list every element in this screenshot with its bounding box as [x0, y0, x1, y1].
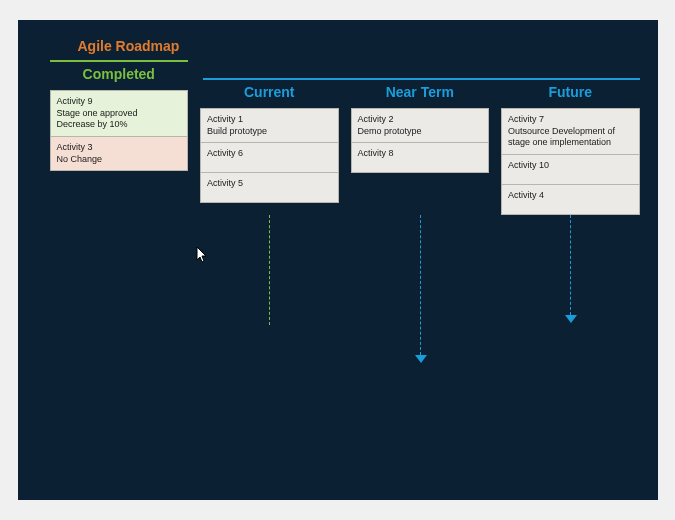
- card-completed-0[interactable]: Activity 9 Stage one approved Decrease b…: [50, 90, 189, 137]
- card-sub: Outsource Development of stage one imple…: [508, 126, 633, 149]
- card-sub: No Change: [57, 154, 182, 166]
- page-title: Agile Roadmap: [78, 38, 640, 54]
- columns-container: Completed Activity 9 Stage one approved …: [50, 66, 640, 215]
- card-sub: Stage one approved: [57, 108, 182, 120]
- card-future-1[interactable]: Activity 10: [501, 155, 640, 185]
- card-current-1[interactable]: Activity 6: [200, 143, 339, 173]
- card-nearterm-0[interactable]: Activity 2 Demo prototype: [351, 108, 490, 143]
- connector-future: [570, 215, 571, 315]
- card-title: Activity 4: [508, 190, 633, 202]
- connector-current: [269, 215, 270, 325]
- column-header-future: Future: [501, 84, 640, 100]
- card-title: Activity 3: [57, 142, 182, 154]
- column-header-completed: Completed: [50, 66, 189, 82]
- column-future: Future Activity 7 Outsource Development …: [501, 84, 640, 215]
- column-nearterm: Near Term Activity 2 Demo prototype Acti…: [351, 84, 490, 215]
- card-title: Activity 9: [57, 96, 182, 108]
- divider-main: [203, 78, 640, 80]
- card-title: Activity 6: [207, 148, 332, 160]
- connector-nearterm: [420, 215, 421, 355]
- card-future-0[interactable]: Activity 7 Outsource Development of stag…: [501, 108, 640, 155]
- card-current-0[interactable]: Activity 1 Build prototype: [200, 108, 339, 143]
- card-completed-1[interactable]: Activity 3 No Change: [50, 137, 189, 171]
- column-current: Current Activity 1 Build prototype Activ…: [200, 84, 339, 215]
- cursor-icon: [196, 246, 208, 264]
- roadmap-canvas: Agile Roadmap Completed Activity 9 Stage…: [18, 20, 658, 500]
- card-current-2[interactable]: Activity 5: [200, 173, 339, 203]
- card-title: Activity 10: [508, 160, 633, 172]
- card-title: Activity 8: [358, 148, 483, 160]
- card-title: Activity 1: [207, 114, 332, 126]
- column-header-current: Current: [200, 84, 339, 100]
- card-title: Activity 2: [358, 114, 483, 126]
- column-header-nearterm: Near Term: [351, 84, 490, 100]
- divider-completed: [50, 60, 188, 62]
- column-completed: Completed Activity 9 Stage one approved …: [50, 66, 189, 215]
- card-sub: Build prototype: [207, 126, 332, 138]
- card-title: Activity 7: [508, 114, 633, 126]
- card-title: Activity 5: [207, 178, 332, 190]
- card-sub: Demo prototype: [358, 126, 483, 138]
- card-future-2[interactable]: Activity 4: [501, 185, 640, 215]
- arrowhead-icon: [415, 355, 427, 363]
- arrowhead-icon: [565, 315, 577, 323]
- card-nearterm-1[interactable]: Activity 8: [351, 143, 490, 173]
- card-sub: Decrease by 10%: [57, 119, 182, 131]
